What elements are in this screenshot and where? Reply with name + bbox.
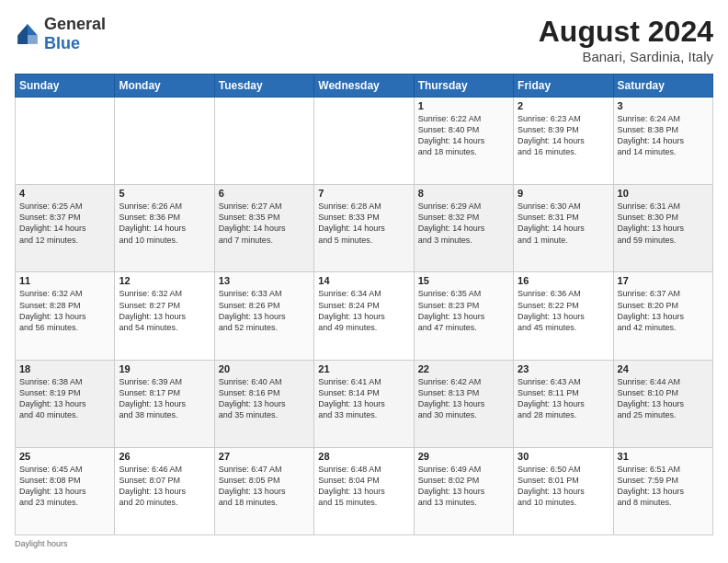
day-number: 2 bbox=[518, 100, 609, 111]
logo-text: General Blue bbox=[44, 15, 106, 53]
day-info: Sunrise: 6:44 AM Sunset: 8:10 PM Dayligh… bbox=[618, 376, 709, 421]
day-info: Sunrise: 6:29 AM Sunset: 8:32 PM Dayligh… bbox=[418, 201, 509, 246]
day-number: 11 bbox=[19, 275, 110, 286]
day-number: 18 bbox=[19, 363, 110, 374]
col-wednesday: Wednesday bbox=[314, 75, 414, 98]
day-info: Sunrise: 6:32 AM Sunset: 8:28 PM Dayligh… bbox=[19, 288, 110, 333]
table-row: 3Sunrise: 6:24 AM Sunset: 8:38 PM Daylig… bbox=[613, 98, 712, 185]
day-number: 17 bbox=[618, 275, 709, 286]
day-info: Sunrise: 6:28 AM Sunset: 8:33 PM Dayligh… bbox=[318, 201, 409, 246]
day-info: Sunrise: 6:27 AM Sunset: 8:35 PM Dayligh… bbox=[219, 201, 310, 246]
location: Banari, Sardinia, Italy bbox=[539, 49, 713, 64]
table-row: 14Sunrise: 6:34 AM Sunset: 8:24 PM Dayli… bbox=[314, 272, 414, 360]
calendar-row: 1Sunrise: 6:22 AM Sunset: 8:40 PM Daylig… bbox=[16, 98, 713, 185]
day-number: 25 bbox=[19, 451, 110, 462]
table-row: 30Sunrise: 6:50 AM Sunset: 8:01 PM Dayli… bbox=[514, 447, 613, 534]
day-info: Sunrise: 6:24 AM Sunset: 8:38 PM Dayligh… bbox=[618, 113, 709, 158]
day-info: Sunrise: 6:35 AM Sunset: 8:23 PM Dayligh… bbox=[418, 288, 509, 333]
day-info: Sunrise: 6:34 AM Sunset: 8:24 PM Dayligh… bbox=[318, 288, 409, 333]
calendar-table: Sunday Monday Tuesday Wednesday Thursday… bbox=[15, 74, 713, 535]
table-row: 18Sunrise: 6:38 AM Sunset: 8:19 PM Dayli… bbox=[16, 360, 115, 447]
table-row: 27Sunrise: 6:47 AM Sunset: 8:05 PM Dayli… bbox=[214, 447, 313, 534]
col-tuesday: Tuesday bbox=[214, 75, 313, 98]
logo: General Blue bbox=[15, 15, 106, 53]
day-number: 6 bbox=[219, 188, 310, 199]
day-number: 22 bbox=[418, 363, 509, 374]
table-row: 13Sunrise: 6:33 AM Sunset: 8:26 PM Dayli… bbox=[214, 272, 313, 360]
day-number: 9 bbox=[518, 188, 609, 199]
table-row: 20Sunrise: 6:40 AM Sunset: 8:16 PM Dayli… bbox=[214, 360, 313, 447]
logo-icon bbox=[15, 21, 40, 47]
calendar-row: 25Sunrise: 6:45 AM Sunset: 8:08 PM Dayli… bbox=[16, 447, 713, 534]
day-info: Sunrise: 6:37 AM Sunset: 8:20 PM Dayligh… bbox=[618, 288, 709, 333]
table-row: 7Sunrise: 6:28 AM Sunset: 8:33 PM Daylig… bbox=[314, 185, 414, 272]
day-number: 20 bbox=[219, 363, 310, 374]
table-row: 19Sunrise: 6:39 AM Sunset: 8:17 PM Dayli… bbox=[115, 360, 214, 447]
table-row: 24Sunrise: 6:44 AM Sunset: 8:10 PM Dayli… bbox=[613, 360, 712, 447]
day-info: Sunrise: 6:23 AM Sunset: 8:39 PM Dayligh… bbox=[518, 113, 609, 158]
table-row: 26Sunrise: 6:46 AM Sunset: 8:07 PM Dayli… bbox=[115, 447, 214, 534]
table-row: 2Sunrise: 6:23 AM Sunset: 8:39 PM Daylig… bbox=[514, 98, 613, 185]
day-info: Sunrise: 6:49 AM Sunset: 8:02 PM Dayligh… bbox=[418, 464, 509, 509]
day-info: Sunrise: 6:40 AM Sunset: 8:16 PM Dayligh… bbox=[219, 376, 310, 421]
day-number: 21 bbox=[318, 363, 409, 374]
table-row: 4Sunrise: 6:25 AM Sunset: 8:37 PM Daylig… bbox=[16, 185, 115, 272]
day-number: 15 bbox=[418, 275, 509, 286]
page: General Blue August 2024 Banari, Sardini… bbox=[0, 0, 728, 563]
col-saturday: Saturday bbox=[613, 75, 712, 98]
day-number: 12 bbox=[119, 275, 210, 286]
day-info: Sunrise: 6:45 AM Sunset: 8:08 PM Dayligh… bbox=[19, 464, 110, 509]
day-number: 3 bbox=[618, 100, 709, 111]
day-info: Sunrise: 6:46 AM Sunset: 8:07 PM Dayligh… bbox=[119, 464, 210, 509]
svg-marker-2 bbox=[28, 36, 38, 44]
day-info: Sunrise: 6:33 AM Sunset: 8:26 PM Dayligh… bbox=[219, 288, 310, 333]
day-number: 19 bbox=[119, 363, 210, 374]
table-row bbox=[314, 98, 414, 185]
day-number: 24 bbox=[618, 363, 709, 374]
day-info: Sunrise: 6:32 AM Sunset: 8:27 PM Dayligh… bbox=[119, 288, 210, 333]
weekday-row: Sunday Monday Tuesday Wednesday Thursday… bbox=[16, 75, 713, 98]
table-row: 22Sunrise: 6:42 AM Sunset: 8:13 PM Dayli… bbox=[414, 360, 513, 447]
day-number: 26 bbox=[119, 451, 210, 462]
day-info: Sunrise: 6:39 AM Sunset: 8:17 PM Dayligh… bbox=[119, 376, 210, 421]
day-info: Sunrise: 6:51 AM Sunset: 7:59 PM Dayligh… bbox=[618, 464, 709, 509]
day-info: Sunrise: 6:42 AM Sunset: 8:13 PM Dayligh… bbox=[418, 376, 509, 421]
day-info: Sunrise: 6:36 AM Sunset: 8:22 PM Dayligh… bbox=[518, 288, 609, 333]
day-number: 1 bbox=[418, 100, 509, 111]
table-row: 11Sunrise: 6:32 AM Sunset: 8:28 PM Dayli… bbox=[16, 272, 115, 360]
table-row: 23Sunrise: 6:43 AM Sunset: 8:11 PM Dayli… bbox=[514, 360, 613, 447]
logo-blue: Blue bbox=[44, 34, 80, 52]
day-number: 16 bbox=[518, 275, 609, 286]
table-row: 16Sunrise: 6:36 AM Sunset: 8:22 PM Dayli… bbox=[514, 272, 613, 360]
table-row: 6Sunrise: 6:27 AM Sunset: 8:35 PM Daylig… bbox=[214, 185, 313, 272]
day-info: Sunrise: 6:47 AM Sunset: 8:05 PM Dayligh… bbox=[219, 464, 310, 509]
month-year: August 2024 bbox=[539, 15, 713, 49]
table-row: 15Sunrise: 6:35 AM Sunset: 8:23 PM Dayli… bbox=[414, 272, 513, 360]
col-sunday: Sunday bbox=[16, 75, 115, 98]
day-info: Sunrise: 6:31 AM Sunset: 8:30 PM Dayligh… bbox=[618, 201, 709, 246]
table-row bbox=[214, 98, 313, 185]
footer: Daylight hours bbox=[15, 539, 713, 548]
calendar-row: 18Sunrise: 6:38 AM Sunset: 8:19 PM Dayli… bbox=[16, 360, 713, 447]
day-info: Sunrise: 6:50 AM Sunset: 8:01 PM Dayligh… bbox=[518, 464, 609, 509]
daylight-label: Daylight hours bbox=[15, 539, 68, 548]
day-number: 30 bbox=[518, 451, 609, 462]
day-number: 13 bbox=[219, 275, 310, 286]
day-info: Sunrise: 6:41 AM Sunset: 8:14 PM Dayligh… bbox=[318, 376, 409, 421]
calendar-header: Sunday Monday Tuesday Wednesday Thursday… bbox=[16, 75, 713, 98]
day-info: Sunrise: 6:43 AM Sunset: 8:11 PM Dayligh… bbox=[518, 376, 609, 421]
day-info: Sunrise: 6:30 AM Sunset: 8:31 PM Dayligh… bbox=[518, 201, 609, 246]
day-number: 27 bbox=[219, 451, 310, 462]
table-row bbox=[115, 98, 214, 185]
table-row: 9Sunrise: 6:30 AM Sunset: 8:31 PM Daylig… bbox=[514, 185, 613, 272]
table-row: 21Sunrise: 6:41 AM Sunset: 8:14 PM Dayli… bbox=[314, 360, 414, 447]
day-number: 10 bbox=[618, 188, 709, 199]
day-number: 4 bbox=[19, 188, 110, 199]
table-row: 12Sunrise: 6:32 AM Sunset: 8:27 PM Dayli… bbox=[115, 272, 214, 360]
table-row: 10Sunrise: 6:31 AM Sunset: 8:30 PM Dayli… bbox=[613, 185, 712, 272]
calendar-body: 1Sunrise: 6:22 AM Sunset: 8:40 PM Daylig… bbox=[16, 98, 713, 535]
table-row: 29Sunrise: 6:49 AM Sunset: 8:02 PM Dayli… bbox=[414, 447, 513, 534]
day-number: 23 bbox=[518, 363, 609, 374]
table-row: 8Sunrise: 6:29 AM Sunset: 8:32 PM Daylig… bbox=[414, 185, 513, 272]
table-row: 25Sunrise: 6:45 AM Sunset: 8:08 PM Dayli… bbox=[16, 447, 115, 534]
